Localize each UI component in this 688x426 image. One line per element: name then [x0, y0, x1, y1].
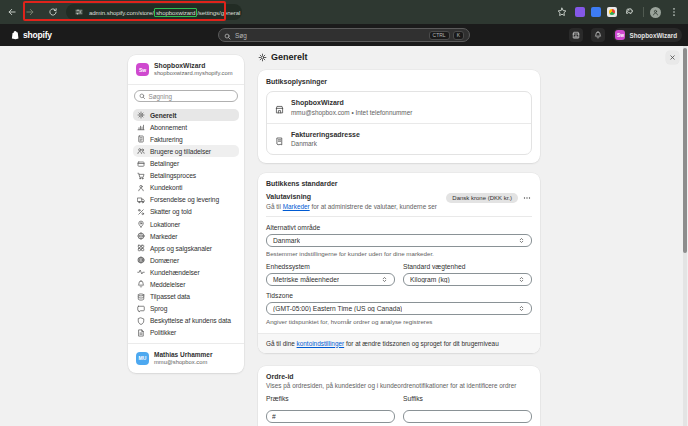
- globe-icon: [137, 232, 145, 240]
- sidebar-item-label: Politikker: [150, 329, 176, 336]
- gear-icon: [258, 53, 267, 62]
- timezone-select[interactable]: (GMT-05:00) Eastern Time (US og Canada): [266, 302, 532, 315]
- chevron-updown-icon: [518, 276, 525, 283]
- order-id-card: Ordre-id Vises på ordresiden, på kundesi…: [258, 366, 540, 426]
- store-defaults-card: Butikkens standarder Valutavisning Gå ti…: [258, 173, 540, 353]
- prefix-input[interactable]: [266, 410, 395, 423]
- sidebar-item-label: Beskyttelse af kundens data: [150, 317, 231, 324]
- browser-forward-button[interactable]: [23, 5, 37, 19]
- store-info-row[interactable]: FaktureringsadresseDanmark: [267, 123, 531, 155]
- notifications-bell-button[interactable]: [591, 28, 605, 42]
- sidebar-item-abonnement[interactable]: Abonnement: [133, 121, 239, 133]
- sidebar-item-brugere-og-tilladelser[interactable]: Brugere og tilladelser: [133, 145, 239, 157]
- sidebar-item-label: Brugere og tilladelser: [150, 148, 211, 155]
- extensions-puzzle-icon[interactable]: [623, 5, 637, 19]
- close-settings-button[interactable]: [666, 51, 679, 64]
- chevron-updown-icon: [518, 237, 525, 244]
- store-info-row[interactable]: ShopboxWizardmmu@shopbox.com • Intet tel…: [267, 92, 531, 123]
- sidebar-item-generelt[interactable]: Generelt: [133, 109, 239, 121]
- scrollbar-track[interactable]: [683, 46, 687, 426]
- admin-search-bar[interactable]: Søg CTRL K: [218, 28, 470, 42]
- scrollbar-thumb[interactable]: [683, 48, 687, 253]
- sidebar-item-lokationer[interactable]: Lokationer: [133, 218, 239, 230]
- address-bar[interactable]: admin.shopify.com/store/shopboxwizard/se…: [66, 4, 242, 20]
- shopify-wordmark: shopify: [23, 30, 52, 40]
- backup-region-label: Alternativt område: [266, 224, 532, 231]
- sidebar-user-item[interactable]: MU Mathias Urhammer mmu@shopbox.com: [128, 343, 244, 373]
- extension-icon[interactable]: [607, 7, 617, 17]
- extension-icon[interactable]: [575, 7, 585, 17]
- account-name: ShopboxWizard: [629, 32, 677, 39]
- backup-region-field: Alternativt område Danmark Bestemmer ind…: [266, 224, 532, 257]
- defaults-footer-note: Gå til dine kontoindstillinger for at æn…: [258, 333, 540, 353]
- truck-icon: [137, 196, 145, 204]
- sidebar-item-betalinger[interactable]: Betalinger: [133, 157, 239, 169]
- account-menu[interactable]: Sw ShopboxWizard: [613, 28, 682, 42]
- search-icon: [139, 93, 146, 100]
- weight-unit-select[interactable]: Kilogram (kg): [403, 273, 532, 286]
- shortcut-k-key: K: [453, 31, 464, 40]
- sidebar-item-kundeh-ndelser[interactable]: Kundehændelser: [133, 266, 239, 278]
- sidebar-store-header: Sw ShopboxWizard shopboxwizard.myshopify…: [128, 55, 244, 85]
- doc-icon: [137, 329, 145, 337]
- extension-icon[interactable]: [591, 7, 601, 17]
- browser-menu-icon[interactable]: [667, 5, 681, 19]
- sidebar-item-label: Domæner: [150, 257, 179, 264]
- sidebar-item-label: Meddelelser: [150, 281, 185, 288]
- store-avatar: Sw: [136, 63, 149, 76]
- sidebar-item-label: Betalinger: [150, 160, 179, 167]
- invoice-icon: [137, 135, 145, 143]
- browser-reload-button[interactable]: [46, 5, 60, 19]
- chat-icon: [137, 305, 145, 313]
- account-avatar: Sw: [615, 30, 625, 40]
- sidebar-item-label: Skatter og told: [150, 208, 192, 215]
- markets-link[interactable]: Markeder: [283, 203, 310, 210]
- timezone-field: Tidszone (GMT-05:00) Eastern Time (US og…: [266, 292, 532, 325]
- suffix-input[interactable]: [403, 410, 532, 423]
- sidebar-item-label: Kundehændelser: [150, 269, 200, 276]
- sidebar-item-label: Forsendelse og levering: [150, 196, 219, 203]
- unit-system-select[interactable]: Metriske måleenheder: [266, 273, 395, 286]
- pulse-icon: [137, 268, 145, 276]
- backup-region-help: Bestemmer indstillingerne for kunder ude…: [266, 250, 532, 257]
- sidebar-item-dom-ner[interactable]: Domæner: [133, 254, 239, 266]
- site-settings-tune-icon[interactable]: [72, 5, 86, 19]
- shopify-logo[interactable]: shopify: [10, 30, 52, 40]
- sidebar-item-fakturering[interactable]: Fakturering: [133, 133, 239, 145]
- account-settings-link[interactable]: kontoindstillinger: [297, 340, 345, 347]
- weight-unit-field: Standard vægtenhed Kilogram (kg): [403, 263, 532, 286]
- bookmark-star-icon[interactable]: [555, 5, 569, 19]
- sidebar-item-betalingsproces[interactable]: Betalingsproces: [133, 170, 239, 182]
- shortcut-ctrl-key: CTRL: [429, 31, 450, 40]
- pin-icon: [137, 220, 145, 228]
- browser-profile-avatar[interactable]: [650, 7, 661, 18]
- store-switcher-button[interactable]: [569, 28, 583, 42]
- unit-system-field: Enhedssystem Metriske måleenheder: [266, 263, 395, 286]
- sidebar-item-meddelelser[interactable]: Meddelelser: [133, 278, 239, 290]
- settings-search-input[interactable]: Søgning: [134, 90, 238, 102]
- sidebar-item-kundekonti[interactable]: Kundekonti: [133, 182, 239, 194]
- sidebar-item-tilpasset-data[interactable]: Tilpasset data: [133, 291, 239, 303]
- payments-icon: [137, 160, 145, 168]
- sidebar-item-apps-og-salgskanaler[interactable]: Apps og salgskanaler: [133, 242, 239, 254]
- sidebar-item-beskyttelse-af-kundens-data[interactable]: Beskyttelse af kundens data: [133, 315, 239, 327]
- prefix-field: Præfiks: [266, 395, 395, 423]
- domain-icon: [137, 256, 145, 264]
- database-icon: [137, 293, 145, 301]
- sidebar-item-sprog[interactable]: Sprog: [133, 303, 239, 315]
- sidebar-item-markeder[interactable]: Markeder: [133, 230, 239, 242]
- cart-icon: [137, 172, 145, 180]
- sidebar-item-forsendelse-og-levering[interactable]: Forsendelse og levering: [133, 194, 239, 206]
- shopify-admin-header: shopify Søg CTRL K Sw ShopboxWizard: [0, 24, 688, 46]
- sidebar-item-politikker[interactable]: Politikker: [133, 327, 239, 339]
- sidebar-item-skatter-og-told[interactable]: Skatter og told: [133, 206, 239, 218]
- browser-back-button[interactable]: [5, 5, 19, 19]
- url-text: admin.shopify.com/store/shopboxwizard/se…: [89, 9, 240, 16]
- backup-region-select[interactable]: Danmark: [266, 234, 532, 247]
- currency-title: Valutavisning: [266, 193, 437, 200]
- settings-main: Generelt Butiksoplysninger ShopboxWizard…: [258, 52, 540, 426]
- store-name: ShopboxWizard: [154, 62, 233, 70]
- sidebar-item-label: Generelt: [150, 112, 176, 119]
- currency-menu-dots-icon[interactable]: [522, 193, 532, 203]
- chevron-updown-icon: [381, 276, 388, 283]
